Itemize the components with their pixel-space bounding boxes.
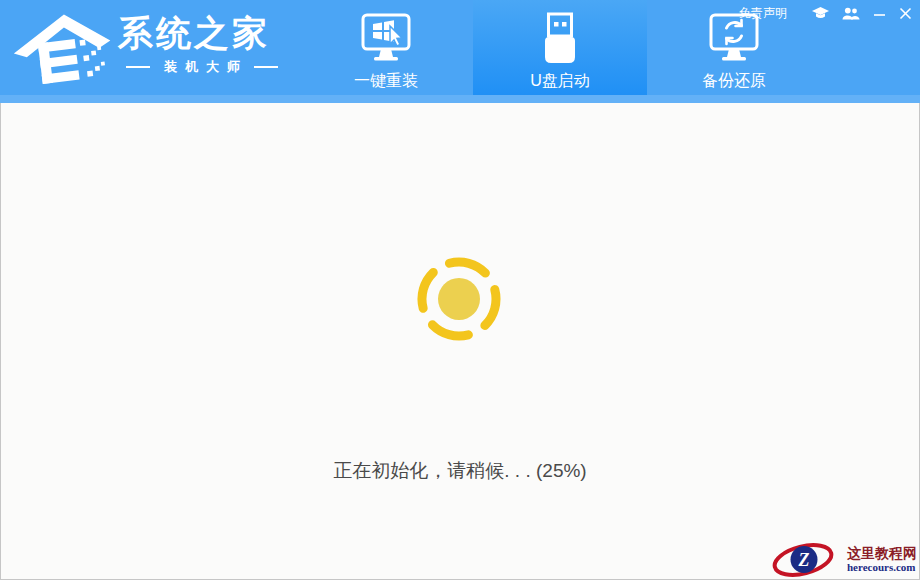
graduation-cap-icon[interactable]: [812, 7, 829, 20]
watermark: Z 这里教程网 herecours.com: [771, 541, 917, 578]
main-content: 正在初始化，请稍候. . . (25%) Z 这里教程网 herecours.c…: [0, 103, 920, 580]
header-bar: 系统之家 装机大师: [0, 0, 920, 95]
watermark-letter: Z: [798, 550, 810, 570]
house-layers-icon: [12, 6, 114, 90]
loading-spinner-icon: [412, 252, 506, 346]
app-window: 系统之家 装机大师: [0, 0, 920, 580]
app-logo: 系统之家 装机大师: [12, 6, 278, 90]
status-text: 正在初始化，请稍候. . . (25%): [1, 458, 919, 484]
usb-drive-icon: [531, 11, 589, 65]
titlebar-controls: 免责声明: [739, 5, 912, 22]
tab-label: 一键重装: [354, 71, 418, 92]
disclaimer-link[interactable]: 免责声明: [739, 5, 787, 22]
tab-one-key-reinstall[interactable]: 一键重装: [299, 0, 473, 103]
watermark-site-name: 这里教程网: [847, 545, 917, 562]
watermark-site-url: herecours.com: [847, 561, 917, 574]
subtitle-dash-left: [126, 66, 150, 68]
z-orbit-logo-icon: Z: [771, 541, 847, 578]
tab-usb-boot[interactable]: U盘启动: [473, 0, 647, 103]
brand-subtitle: 装机大师: [164, 58, 248, 76]
users-icon[interactable]: [842, 7, 860, 20]
close-icon[interactable]: [899, 7, 912, 20]
monitor-windows-icon: [357, 11, 415, 65]
subtitle-dash-right: [254, 66, 278, 68]
tab-label: 备份还原: [702, 71, 766, 92]
tab-label: U盘启动: [530, 71, 590, 92]
header-bottom-strip: [0, 95, 920, 103]
minimize-icon[interactable]: [873, 7, 886, 20]
brand-title: 系统之家: [118, 14, 278, 53]
